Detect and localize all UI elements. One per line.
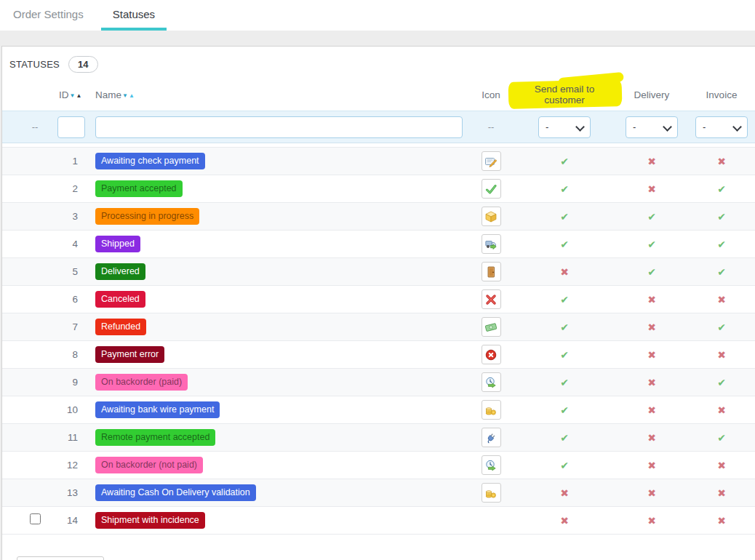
invoice-mark-yes-icon: ✔ <box>717 266 726 278</box>
send-email-mark-cell: ✔ <box>514 348 615 361</box>
send-email-mark-yes-icon: ✔ <box>560 432 569 444</box>
id-filter-input[interactable] <box>57 116 85 138</box>
invoice-mark-cell: ✔ <box>688 183 755 196</box>
tab-statuses[interactable]: Statuses <box>101 0 167 31</box>
send-email-mark-cell: ✖ <box>514 265 615 279</box>
status-badge: On backorder (paid) <box>95 374 188 391</box>
row-icon-cell <box>468 372 514 392</box>
delivery-mark-cell: ✖ <box>615 459 688 472</box>
row-name-cell: Processing in progress <box>84 208 468 225</box>
delivery-mark-cell: ✖ <box>615 348 688 361</box>
row-name-cell: Canceled <box>84 291 468 308</box>
invoice-filter-select[interactable]: - <box>695 116 748 138</box>
delivery-mark-cell: ✖ <box>615 514 688 527</box>
row-id: 11 <box>53 432 84 443</box>
header-id-label: ID <box>59 89 69 100</box>
send-email-mark-cell: ✖ <box>514 487 615 500</box>
invoice-mark-cell: ✔ <box>688 238 755 251</box>
panel-header: STATUSES 14 <box>2 47 755 79</box>
row-icon-cell <box>468 317 514 337</box>
delivery-filter-select[interactable]: - <box>626 116 678 138</box>
sort-id-asc-icon[interactable]: ▲ <box>76 92 81 99</box>
send-email-filter-select[interactable]: - <box>538 116 591 138</box>
package-icon <box>482 207 501 226</box>
sort-name-asc-icon[interactable]: ▲ <box>129 92 135 99</box>
status-badge: Processing in progress <box>95 208 199 225</box>
status-badge: Payment error <box>95 346 164 363</box>
row-icon-cell <box>468 234 514 254</box>
invoice-filter-wrap: - <box>695 116 748 138</box>
invoice-mark-no-icon: ✖ <box>717 487 726 499</box>
bulk-actions-button[interactable]: Bulk actions ▾ <box>17 556 104 560</box>
invoice-mark-no-icon: ✖ <box>717 404 726 416</box>
name-filter-input[interactable] <box>95 116 463 138</box>
row-name-cell: Refunded <box>84 319 468 335</box>
row-id: 10 <box>53 404 84 415</box>
header-send-email: Send email to customer <box>514 84 615 105</box>
row-icon-cell <box>468 345 514 364</box>
invoice-mark-cell: ✖ <box>688 404 755 417</box>
status-badge: Payment accepted <box>95 180 183 197</box>
row-name-cell: Remote payment accepted <box>84 429 468 446</box>
status-badge: On backorder (not paid) <box>95 457 203 473</box>
header-id: ID▼▲ <box>53 89 84 100</box>
delivery-mark-no-icon: ✖ <box>647 404 656 416</box>
table-body: 1 Awaiting check payment ✔ ✖ ✖ 2 Payment… <box>2 147 755 535</box>
delivery-mark-cell: ✖ <box>615 487 688 500</box>
door-icon <box>482 262 501 281</box>
send-email-mark-cell: ✔ <box>514 293 615 306</box>
table-row: 4 Shipped ✔ ✔ ✔ <box>2 231 755 258</box>
table-row: 7 Refunded ✔ ✖ ✔ <box>2 313 755 341</box>
row-id: 4 <box>53 239 84 249</box>
invoice-mark-yes-icon: ✔ <box>717 239 726 250</box>
row-icon-cell <box>468 262 514 281</box>
invoice-mark-no-icon: ✖ <box>717 460 726 471</box>
delivery-mark-yes-icon: ✔ <box>647 211 656 223</box>
delivery-mark-no-icon: ✖ <box>647 487 656 499</box>
delivery-mark-yes-icon: ✔ <box>647 266 656 278</box>
send-email-mark-no-icon: ✖ <box>560 487 569 499</box>
invoice-mark-cell: ✖ <box>688 293 755 306</box>
header-icon: Icon <box>468 89 514 100</box>
delivery-mark-cell: ✖ <box>615 404 688 417</box>
delivery-mark-cell: ✔ <box>615 210 688 223</box>
row-name-cell: Awaiting bank wire payment <box>84 401 468 418</box>
table-row: 1 Awaiting check payment ✔ ✖ ✖ <box>2 148 755 175</box>
row-icon-cell <box>468 151 514 171</box>
statuses-count-badge: 14 <box>68 56 97 73</box>
coins-icon <box>482 483 501 503</box>
row-id: 3 <box>53 211 84 222</box>
invoice-mark-cell: ✔ <box>688 265 755 279</box>
row-select-cell <box>2 513 53 527</box>
status-badge: Delivered <box>95 263 145 280</box>
invoice-mark-cell: ✔ <box>688 431 755 444</box>
invoice-mark-yes-icon: ✔ <box>717 211 726 223</box>
status-badge: Remote payment accepted <box>95 429 215 446</box>
row-name-cell: Shipped <box>84 236 468 252</box>
row-id: 5 <box>53 266 84 277</box>
table-row: 8 Payment error ✔ ✖ ✖ <box>2 341 755 369</box>
tab-order-settings[interactable]: Order Settings <box>1 0 95 31</box>
row-checkbox[interactable] <box>30 513 41 524</box>
send-email-mark-cell: ✔ <box>514 183 615 196</box>
send-email-mark-yes-icon: ✔ <box>560 460 569 471</box>
coins-icon <box>482 400 501 420</box>
row-name-cell: Shipment with incidence <box>84 512 468 529</box>
send-email-mark-cell: ✔ <box>514 376 615 389</box>
table-row: 9 On backorder (paid) ✔ ✖ ✔ <box>2 369 755 396</box>
header-delivery: Delivery <box>615 89 688 100</box>
delivery-mark-cell: ✔ <box>615 265 688 279</box>
send-email-mark-cell: ✔ <box>514 210 615 223</box>
clock-arrow-icon <box>482 455 501 475</box>
table-row: 11 Remote payment accepted ✔ ✖ ✔ <box>2 424 755 452</box>
send-email-mark-yes-icon: ✔ <box>560 349 569 361</box>
delivery-mark-no-icon: ✖ <box>647 183 656 195</box>
delivery-mark-yes-icon: ✔ <box>647 239 656 250</box>
row-icon-cell <box>468 179 514 199</box>
filter-icon-placeholder: -- <box>468 121 514 132</box>
row-icon-cell <box>468 428 514 447</box>
sort-id-desc-icon[interactable]: ▼ <box>70 92 76 99</box>
send-email-mark-yes-icon: ✔ <box>560 377 569 388</box>
table-row: 2 Payment accepted ✔ ✖ ✔ <box>2 175 755 203</box>
sort-name-desc-icon[interactable]: ▼ <box>122 92 128 99</box>
